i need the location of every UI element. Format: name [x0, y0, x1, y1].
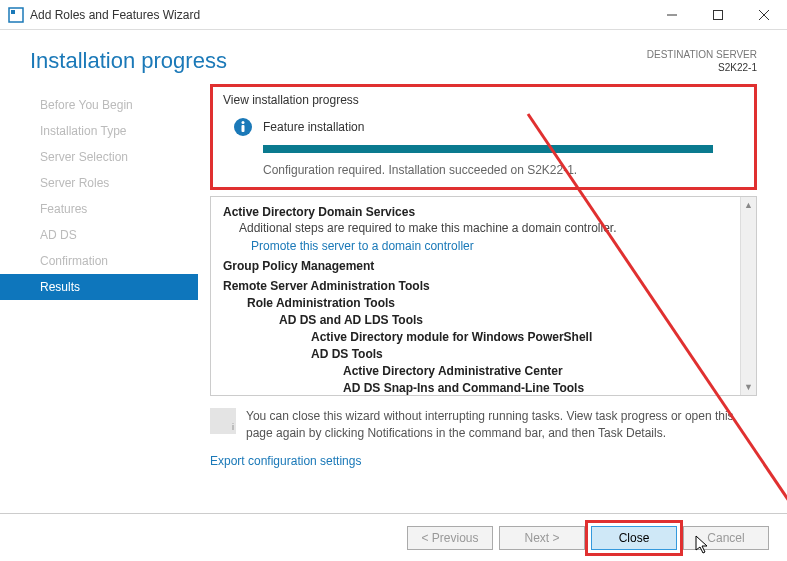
close-window-button[interactable]	[741, 0, 787, 30]
svg-point-7	[242, 121, 245, 124]
titlebar: Add Roles and Features Wizard	[0, 0, 787, 30]
results-scroll-area[interactable]: Active Directory Domain Services Additio…	[211, 197, 756, 395]
section-label: View installation progress	[223, 93, 744, 107]
note-text: You can close this wizard without interr…	[246, 408, 747, 442]
export-settings-link[interactable]: Export configuration settings	[210, 454, 361, 468]
sidebar-item-confirmation: Confirmation	[0, 248, 198, 274]
minimize-button[interactable]	[649, 0, 695, 30]
app-icon	[8, 7, 24, 23]
flag-icon: i	[210, 408, 236, 434]
sidebar-item-installation-type: Installation Type	[0, 118, 198, 144]
svg-rect-8	[242, 125, 245, 132]
cursor-icon	[695, 535, 711, 555]
promote-link[interactable]: Promote this server to a domain controll…	[251, 239, 736, 253]
feature-ad-center: Active Directory Administrative Center	[343, 364, 736, 378]
sidebar-item-server-roles: Server Roles	[0, 170, 198, 196]
previous-button: < Previous	[407, 526, 493, 550]
progress-highlight-box: View installation progress Feature insta…	[210, 84, 757, 190]
feature-gpm: Group Policy Management	[223, 259, 736, 273]
feature-ad-lds: AD DS and AD LDS Tools	[279, 313, 736, 327]
sidebar-item-results[interactable]: Results	[0, 274, 198, 300]
maximize-button[interactable]	[695, 0, 741, 30]
sidebar-item-features: Features	[0, 196, 198, 222]
feature-adds: Active Directory Domain Services	[223, 205, 736, 219]
wizard-sidebar: Before You Begin Installation Type Serve…	[0, 84, 198, 468]
footer: < Previous Next > Close Cancel	[0, 513, 787, 561]
page-title: Installation progress	[30, 48, 227, 74]
feature-rsat: Remote Server Administration Tools	[223, 279, 736, 293]
sidebar-item-server-selection: Server Selection	[0, 144, 198, 170]
destination-server-block: DESTINATION SERVER S2K22-1	[647, 48, 757, 74]
status-text: Feature installation	[263, 120, 364, 134]
next-button: Next >	[499, 526, 585, 550]
feature-ad-ps: Active Directory module for Windows Powe…	[311, 330, 736, 344]
progress-bar	[263, 145, 713, 153]
info-note: i You can close this wizard without inte…	[210, 408, 757, 442]
config-message: Configuration required. Installation suc…	[263, 163, 744, 177]
feature-ad-snap: AD DS Snap-Ins and Command-Line Tools	[343, 381, 736, 395]
scroll-up-icon[interactable]: ▲	[741, 197, 756, 213]
main-panel: View installation progress Feature insta…	[198, 84, 787, 468]
info-icon	[233, 117, 253, 137]
header: Installation progress DESTINATION SERVER…	[0, 30, 787, 84]
sidebar-item-before-you-begin: Before You Begin	[0, 92, 198, 118]
destination-label: DESTINATION SERVER	[647, 48, 757, 61]
feature-role-admin: Role Administration Tools	[247, 296, 736, 310]
sidebar-item-ad-ds: AD DS	[0, 222, 198, 248]
window-title: Add Roles and Features Wizard	[30, 8, 649, 22]
svg-rect-3	[714, 10, 723, 19]
feature-adds-sub: Additional steps are required to make th…	[239, 221, 736, 235]
results-list: Active Directory Domain Services Additio…	[210, 196, 757, 396]
feature-ad-tools: AD DS Tools	[311, 347, 736, 361]
scrollbar[interactable]: ▲ ▼	[740, 197, 756, 395]
destination-name: S2K22-1	[647, 61, 757, 74]
svg-rect-1	[11, 10, 15, 14]
scroll-down-icon[interactable]: ▼	[741, 379, 756, 395]
close-button[interactable]: Close	[591, 526, 677, 550]
